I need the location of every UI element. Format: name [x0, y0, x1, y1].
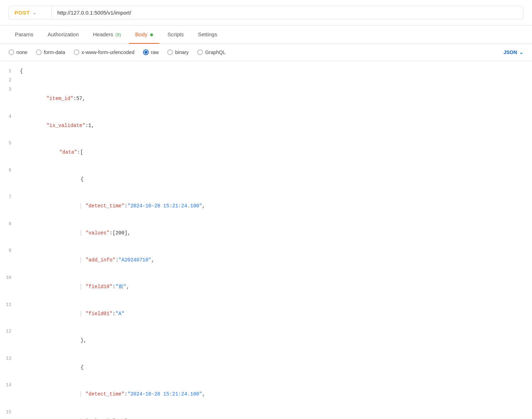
line-num-14: 14 — [0, 381, 20, 389]
radio-circle-binary — [167, 49, 173, 55]
code-editor[interactable]: 1 { 2 3 "item_id":57, 4 "is_validate":1,… — [0, 61, 532, 419]
body-dot-indicator — [150, 33, 153, 36]
line-num-5: 5 — [0, 139, 20, 147]
line-content-10: "field10":"前", — [20, 274, 532, 301]
radio-circle-none — [9, 49, 14, 55]
line-num-7: 7 — [0, 193, 20, 201]
tabs-bar: Params Authorization Headers (9) Body Sc… — [0, 26, 532, 44]
code-line-14: 14 "detect_time":"2024-10-28 15:21:24.10… — [0, 381, 532, 408]
code-line-8: 8 "values":[200], — [0, 220, 532, 247]
radio-circle-raw — [143, 49, 149, 55]
url-bar: POST ⌄ — [0, 0, 532, 26]
code-line-5: 5 "data":[ — [0, 139, 532, 166]
tab-params[interactable]: Params — [9, 26, 40, 44]
line-content-11: "field01":"A" — [20, 301, 532, 328]
radio-circle-form-data — [36, 49, 42, 55]
line-num-4: 4 — [0, 112, 20, 121]
line-content-15: "values":[200], — [20, 408, 532, 419]
code-line-11: 11 "field01":"A" — [0, 301, 532, 328]
radio-none[interactable]: none — [9, 49, 27, 55]
radio-graphql[interactable]: GraphQL — [197, 49, 226, 55]
code-line-6: 6 { — [0, 166, 532, 193]
code-line-13: 13 { — [0, 354, 532, 381]
tab-headers[interactable]: Headers (9) — [86, 26, 127, 44]
line-num-9: 9 — [0, 246, 20, 255]
code-line-12: 12 }, — [0, 327, 532, 354]
method-label: POST — [15, 10, 30, 16]
url-input[interactable] — [51, 6, 523, 20]
code-line-1: 1 { — [0, 67, 532, 76]
tab-authorization[interactable]: Authorization — [41, 26, 85, 44]
line-num-15: 15 — [0, 408, 20, 416]
method-selector[interactable]: POST ⌄ — [9, 6, 51, 20]
line-content-5: "data":[ — [20, 139, 532, 166]
line-content-8: "values":[200], — [20, 220, 532, 247]
tab-settings[interactable]: Settings — [191, 26, 223, 44]
code-line-10: 10 "field10":"前", — [0, 274, 532, 301]
code-line-15: 15 "values":[200], — [0, 408, 532, 419]
line-content-1: { — [20, 67, 532, 76]
chevron-down-icon: ⌄ — [33, 10, 36, 15]
line-content-9: "add_info":"A20240710", — [20, 246, 532, 274]
line-num-11: 11 — [0, 301, 20, 309]
radio-circle-graphql — [197, 49, 203, 55]
radio-form-data[interactable]: form-data — [36, 49, 65, 55]
line-content-12: }, — [20, 327, 532, 354]
code-line-9: 9 "add_info":"A20240710", — [0, 246, 532, 274]
code-line-3: 3 "item_id":57, — [0, 85, 532, 112]
code-line-4: 4 "is_validate":1, — [0, 112, 532, 139]
line-num-13: 13 — [0, 354, 20, 362]
json-chevron-icon: ⌄ — [519, 49, 523, 55]
line-num-1: 1 — [0, 67, 20, 75]
line-num-8: 8 — [0, 220, 20, 228]
line-num-3: 3 — [0, 85, 20, 94]
radio-raw[interactable]: raw — [143, 49, 159, 55]
line-content-13: { — [20, 354, 532, 381]
line-num-6: 6 — [0, 166, 20, 174]
line-content-7: "detect_time":"2024-10-28 15:21:24.100", — [20, 193, 532, 220]
line-num-10: 10 — [0, 274, 20, 282]
line-num-2: 2 — [0, 76, 20, 84]
line-num-12: 12 — [0, 327, 20, 335]
code-line-2: 2 — [0, 76, 532, 85]
tab-body[interactable]: Body — [129, 26, 159, 44]
radio-circle-urlencoded — [74, 49, 79, 55]
line-content-3: "item_id":57, — [20, 85, 532, 112]
code-line-7: 7 "detect_time":"2024-10-28 15:21:24.100… — [0, 193, 532, 220]
json-label: JSON — [504, 49, 517, 55]
radio-urlencoded[interactable]: x-www-form-urlencoded — [74, 49, 135, 55]
headers-badge: (9) — [115, 32, 121, 37]
line-content-14: "detect_time":"2024-10-28 15:21:24.100", — [20, 381, 532, 408]
json-type-selector[interactable]: JSON ⌄ — [504, 49, 523, 55]
line-content-4: "is_validate":1, — [20, 112, 532, 139]
tab-scripts[interactable]: Scripts — [161, 26, 190, 44]
body-type-bar: none form-data x-www-form-urlencoded raw… — [0, 44, 532, 61]
line-content-6: { — [20, 166, 532, 193]
radio-binary[interactable]: binary — [167, 49, 189, 55]
